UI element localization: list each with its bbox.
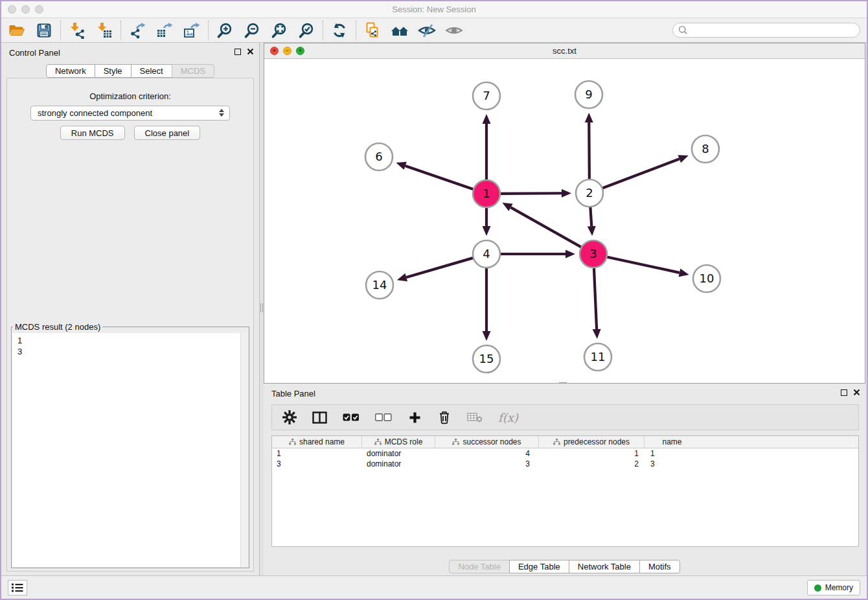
add-column-icon[interactable] <box>407 409 422 426</box>
refresh-icon[interactable] <box>329 21 350 40</box>
close-table-panel-icon[interactable] <box>853 389 860 396</box>
graph-edge[interactable] <box>405 166 474 189</box>
column-type-icon <box>289 439 296 445</box>
cell-predecessor-nodes[interactable]: 1 <box>539 448 645 459</box>
zoom-in-icon[interactable] <box>214 21 235 40</box>
export-image-icon[interactable] <box>181 21 202 40</box>
graph-edge-arrowhead <box>397 273 407 281</box>
control-panel-tabs: Network Style Select MCDS <box>1 64 259 78</box>
column-header-shared-name[interactable]: shared name <box>272 436 362 448</box>
graph-node-label: 14 <box>372 278 387 292</box>
graph-edge[interactable] <box>500 193 562 194</box>
cell-shared-name[interactable]: 3 <box>272 459 362 469</box>
cell-name[interactable]: 3 <box>645 459 700 469</box>
close-panel-icon[interactable] <box>247 48 254 55</box>
import-table-icon[interactable] <box>94 21 115 40</box>
show-all-eye-icon[interactable] <box>444 21 464 40</box>
task-list-icon <box>12 583 23 592</box>
zoom-out-icon[interactable] <box>242 21 262 40</box>
column-type-icon <box>452 439 459 445</box>
split-view-icon[interactable] <box>312 409 327 426</box>
graph-edge[interactable] <box>406 258 474 277</box>
zoom-fit-icon[interactable] <box>269 21 290 40</box>
run-mcds-button[interactable]: Run MCDS <box>60 126 125 140</box>
column-header-name[interactable]: name <box>645 436 700 448</box>
tab-motifs[interactable]: Motifs <box>639 560 680 573</box>
status-bar: Memory <box>1 575 867 599</box>
column-header-successor-nodes[interactable]: successor nodes <box>435 436 539 448</box>
table-row[interactable]: 1 dominator 4 1 1 <box>272 448 858 459</box>
search-input[interactable] <box>672 23 860 38</box>
control-panel-title: Control Panel <box>9 48 60 58</box>
graph-edge[interactable] <box>590 207 591 226</box>
graph-node-label: 2 <box>586 186 593 200</box>
tab-select[interactable]: Select <box>131 64 172 78</box>
zoom-selected-icon[interactable] <box>296 21 317 40</box>
graph-edge[interactable] <box>510 207 581 248</box>
graph-edge-arrowhead <box>585 113 593 122</box>
dropdown-selected-value: strongly connected component <box>38 108 152 118</box>
cell-mcds-role[interactable]: dominator <box>362 448 435 459</box>
save-session-icon[interactable] <box>34 21 54 40</box>
cell-name[interactable]: 1 <box>645 448 700 459</box>
table-row[interactable]: 3 dominator 3 2 3 <box>272 459 858 469</box>
main-toolbar <box>1 18 867 43</box>
first-neighbors-icon[interactable] <box>389 21 410 40</box>
graph-edge-arrowhead <box>483 226 491 236</box>
application-window: Session: New Session <box>0 0 868 600</box>
table-toolbar: f(x) <box>271 404 859 430</box>
optimization-criterion-label: Optimization criterion: <box>7 91 253 101</box>
float-panel-icon[interactable] <box>234 49 241 55</box>
network-window-titlebar: × − + scc.txt <box>264 43 865 59</box>
import-network-icon[interactable] <box>67 21 87 40</box>
graph-edge[interactable] <box>589 122 589 179</box>
open-session-icon[interactable] <box>6 21 27 40</box>
column-type-icon <box>553 439 560 445</box>
table-panel-header: Table Panel <box>264 384 865 403</box>
select-all-icon[interactable] <box>343 409 360 426</box>
network-canvas[interactable]: 1234678910111415 <box>264 59 865 383</box>
graph-edge-arrowhead <box>678 155 688 163</box>
splitter-grip[interactable] <box>260 303 263 312</box>
workspace: Control Panel Network Style Select MCDS … <box>1 43 867 575</box>
export-table-icon[interactable] <box>154 21 175 40</box>
float-table-panel-icon[interactable] <box>841 389 847 396</box>
graph-node-label: 11 <box>591 350 606 363</box>
graph-edge-arrowhead <box>588 226 596 236</box>
graph-edge[interactable] <box>607 257 680 272</box>
tab-mcds[interactable]: MCDS <box>172 64 214 78</box>
graph-edge[interactable] <box>594 268 597 329</box>
tab-edge-table[interactable]: Edge Table <box>509 560 569 573</box>
close-panel-button[interactable]: Close panel <box>134 126 201 140</box>
cell-shared-name[interactable]: 1 <box>272 448 362 459</box>
tab-network-table[interactable]: Network Table <box>569 560 640 573</box>
app-titlebar: Session: New Session <box>1 1 867 18</box>
tab-network[interactable]: Network <box>46 64 95 78</box>
table-options-gear-icon[interactable] <box>282 409 297 426</box>
tab-node-table[interactable]: Node Table <box>449 560 510 573</box>
copy-network-icon[interactable] <box>362 21 383 40</box>
column-header-mcds-role[interactable]: MCDS role <box>362 436 435 448</box>
optimization-criterion-dropdown[interactable]: strongly connected component <box>30 106 230 121</box>
graph-edge-arrowhead <box>396 162 406 170</box>
mcds-result-list[interactable]: 1 3 <box>12 333 248 567</box>
control-panel: Control Panel Network Style Select MCDS … <box>1 43 260 575</box>
cell-mcds-role[interactable]: dominator <box>362 459 435 469</box>
cell-successor-nodes[interactable]: 4 <box>435 448 539 459</box>
task-history-button[interactable] <box>8 580 27 595</box>
cell-successor-nodes[interactable]: 3 <box>435 459 539 469</box>
graph-edge[interactable] <box>602 159 680 188</box>
result-scrollbar-track[interactable] <box>240 333 248 567</box>
column-header-predecessor-nodes[interactable]: predecessor nodes <box>539 436 645 448</box>
delete-column-trash-icon[interactable] <box>437 409 451 426</box>
hide-selected-eye-icon[interactable] <box>417 21 437 40</box>
memory-button[interactable]: Memory <box>807 580 860 595</box>
memory-status-dot <box>814 584 821 592</box>
node-table: shared name MCDS role successor nodes pr… <box>271 435 859 547</box>
deselect-all-icon[interactable] <box>375 409 392 426</box>
session-title: Session: New Session <box>1 5 867 14</box>
cell-predecessor-nodes[interactable]: 2 <box>539 459 645 469</box>
table-panel-title: Table Panel <box>271 389 315 398</box>
tab-style[interactable]: Style <box>95 64 131 78</box>
export-network-icon[interactable] <box>127 21 148 40</box>
